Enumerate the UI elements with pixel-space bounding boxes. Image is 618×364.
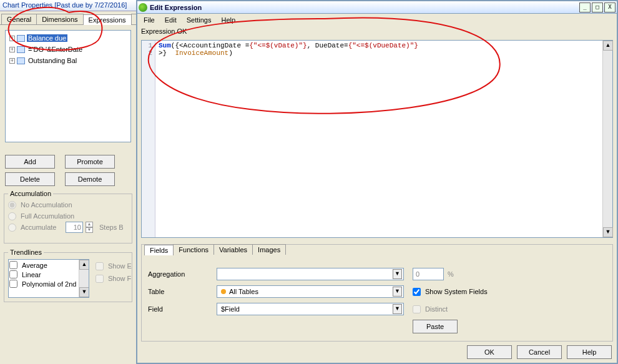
- help-button[interactable]: Help: [567, 345, 612, 359]
- trendline-average[interactable]: Average: [9, 260, 88, 270]
- trend-show-e: Show E: [96, 260, 132, 272]
- scroll-down-icon[interactable]: ▼: [603, 227, 613, 237]
- row-paste: Paste: [148, 320, 458, 333]
- expression-icon: [17, 46, 25, 53]
- expression-status: Expression OK: [137, 26, 617, 36]
- accum-steps-value: 10: [66, 222, 83, 233]
- expand-icon[interactable]: +: [9, 36, 15, 41]
- field-label: Field: [148, 305, 217, 313]
- edit-expression-window: Edit Expression _ □ X File Edit Settings…: [136, 0, 618, 364]
- scroll-up-icon[interactable]: ▲: [603, 41, 613, 51]
- expression-icon: [17, 57, 25, 64]
- trendlines-legend: Trendlines: [8, 248, 44, 256]
- check-show-e: [96, 262, 104, 270]
- paste-button[interactable]: Paste: [413, 320, 458, 333]
- bottom-tabs: Fields Functions Variables Images: [144, 244, 285, 255]
- trendlines-list[interactable]: Average Linear Polynomial of 2nd d ▲ ▼: [8, 259, 89, 298]
- menu-settings[interactable]: Settings: [187, 16, 212, 24]
- tree-item-label: ='DO '&EnterDate: [27, 46, 84, 53]
- trendline-linear[interactable]: Linear: [9, 270, 88, 279]
- delete-button[interactable]: Delete: [5, 172, 55, 186]
- chevron-down-icon[interactable]: ▼: [393, 287, 402, 297]
- add-button[interactable]: Add: [5, 155, 55, 169]
- maximize-button[interactable]: □: [592, 2, 603, 12]
- trendlines-scrollbar[interactable]: ▲ ▼: [79, 260, 89, 297]
- radio-no-accum: No Accumulation: [8, 199, 128, 210]
- tree-item-balance-due[interactable]: + Balance due: [7, 33, 129, 43]
- check-linear[interactable]: [9, 270, 17, 278]
- expression-buttons: Add Promote Delete Demote: [5, 155, 115, 186]
- percent-field: 0: [413, 268, 444, 280]
- minimize-button[interactable]: _: [579, 2, 591, 12]
- code-token: {"<=$(vDueDate)"}: [348, 42, 418, 49]
- tab-expressions[interactable]: Expressions: [83, 14, 132, 25]
- show-system-label: Show System Fields: [425, 288, 488, 295]
- field-value: $Field: [221, 305, 393, 313]
- aggregation-label: Aggregation: [148, 270, 217, 278]
- check-average[interactable]: [9, 261, 17, 269]
- tab-variables[interactable]: Variables: [213, 244, 253, 255]
- check-show-system[interactable]: [413, 288, 421, 296]
- tab-fields[interactable]: Fields: [144, 245, 174, 255]
- accumulation-legend: Accumulation: [8, 190, 53, 197]
- dialog-buttons: OK Cancel Help: [467, 345, 612, 359]
- titlebar[interactable]: Edit Expression _ □ X: [137, 1, 617, 14]
- chart-properties-panel: Chart Properties [Past due by 7/27/2016]…: [0, 0, 136, 364]
- tab-images[interactable]: Images: [252, 244, 286, 255]
- trendline-poly[interactable]: Polynomial of 2nd d: [9, 279, 88, 288]
- expression-tree[interactable]: + Balance due + ='DO '&EnterDate + Outst…: [5, 30, 131, 142]
- field-combo[interactable]: $Field ▼: [217, 303, 404, 315]
- code-token: {"<=$(vDate)"}: [249, 42, 307, 49]
- ok-button[interactable]: OK: [467, 345, 512, 359]
- aggregation-combo[interactable]: ▼: [217, 268, 404, 280]
- table-value: All Tables: [229, 288, 393, 295]
- expand-icon[interactable]: +: [9, 47, 15, 52]
- tab-functions[interactable]: Functions: [173, 244, 214, 255]
- code-token: >}: [159, 49, 175, 57]
- radio-label: Accumulate: [21, 224, 63, 231]
- percent-sign: %: [448, 270, 454, 278]
- trendline-label: Polynomial of 2nd d: [22, 280, 82, 288]
- chart-properties-title: Chart Properties [Past due by 7/27/2016]: [0, 0, 136, 11]
- distinct-check: Distinct: [413, 303, 448, 315]
- check-poly[interactable]: [9, 280, 17, 288]
- show-system-fields[interactable]: Show System Fields: [413, 286, 488, 297]
- tree-item-label: Balance due: [27, 34, 67, 42]
- radio-no-accum-input: [8, 201, 16, 209]
- menu-help[interactable]: Help: [221, 16, 235, 24]
- demote-button[interactable]: Demote: [65, 172, 115, 186]
- code-area[interactable]: Sum({<AccountingDate ={"<=$(vDate)"}, Du…: [156, 41, 602, 237]
- chevron-down-icon[interactable]: ▼: [393, 304, 402, 314]
- code-token: ({<AccountingDate =: [171, 42, 249, 49]
- promote-button[interactable]: Promote: [65, 155, 115, 169]
- trendlines-group: Trendlines Average Linear Polynomial of …: [4, 252, 132, 302]
- line-gutter: 12: [142, 41, 155, 237]
- code-token: , DueDate=: [307, 42, 348, 49]
- expression-icon: [17, 35, 25, 42]
- tab-dimensions[interactable]: Dimensions: [36, 14, 83, 24]
- scroll-down-icon[interactable]: ▼: [79, 287, 89, 297]
- chevron-down-icon[interactable]: ▼: [393, 269, 402, 279]
- tree-item-enterdate[interactable]: + ='DO '&EnterDate: [7, 44, 129, 54]
- steps-spinner: ▲▼: [86, 222, 93, 233]
- tab-general[interactable]: General: [1, 14, 37, 24]
- code-token: Sum: [159, 42, 171, 49]
- menubar: File Edit Settings Help: [137, 14, 617, 26]
- table-dot-icon: [221, 289, 226, 294]
- expand-icon[interactable]: +: [9, 58, 15, 64]
- close-button[interactable]: X: [604, 2, 616, 12]
- table-combo[interactable]: All Tables ▼: [217, 285, 404, 298]
- radio-n-accum-input: [8, 224, 16, 232]
- tree-item-outstanding[interactable]: + Outstanding Bal: [7, 56, 129, 66]
- radio-full-accum-input: [8, 212, 16, 220]
- code-token: InvoiceAmount: [175, 49, 228, 57]
- distinct-label: Distinct: [425, 305, 448, 313]
- radio-label: Full Accumulation: [21, 212, 74, 220]
- cancel-button[interactable]: Cancel: [517, 345, 562, 359]
- scroll-up-icon[interactable]: ▲: [79, 260, 89, 270]
- menu-edit[interactable]: Edit: [165, 16, 177, 24]
- expression-editor[interactable]: 12 Sum({<AccountingDate ={"<=$(vDate)"},…: [141, 40, 613, 238]
- radio-n-accum: Accumulate 10 ▲▼ Steps B: [8, 222, 128, 233]
- editor-scrollbar[interactable]: ▲ ▼: [602, 41, 612, 237]
- menu-file[interactable]: File: [144, 16, 155, 24]
